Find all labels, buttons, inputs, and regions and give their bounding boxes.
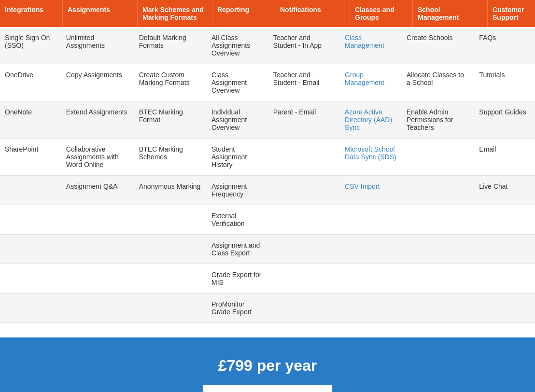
cell-schoolManagement-row7 (402, 264, 474, 294)
cell-customerSupport-row8 (474, 294, 535, 323)
cell-markSchemes-row2: BTEC Marking Format (134, 101, 207, 139)
cell-assignments-row5 (61, 205, 134, 235)
col-header-assignments: Assignments (63, 0, 138, 27)
cell-customerSupport-row3: Email (474, 139, 535, 176)
col-header-mark-schemes: Mark Schemes and Marking Formats (138, 0, 212, 27)
cell-schoolManagement-row2: Enable Admin Permissions for Teachers (402, 101, 474, 139)
cell-schoolManagement-row1: Allocate Classes to a School (402, 64, 474, 101)
cell-notifications-row2: Parent - Email (268, 101, 340, 139)
table-row: Single Sign On (SSO)Unlimited Assignment… (0, 27, 535, 64)
cell-customerSupport-row7 (474, 264, 535, 294)
cell-schoolManagement-row8 (402, 294, 474, 323)
cell-classesGroups-row0: Class Management (340, 27, 402, 64)
cell-reporting-row8: ProMonitor Grade Export (207, 294, 268, 323)
cell-customerSupport-row2: Support Guides (474, 101, 535, 139)
cell-customerSupport-row1: Tutorials (474, 64, 535, 101)
price-label: £799 per year (10, 357, 525, 375)
table-row: External Verification (0, 205, 535, 235)
cell-classesGroups-row6 (340, 235, 402, 264)
cell-schoolManagement-row3 (402, 139, 474, 176)
cell-markSchemes-row0: Default Marking Formats (134, 27, 207, 64)
cell-notifications-row4 (268, 176, 340, 205)
cell-assignments-row1: Copy Assignments (61, 64, 134, 101)
col-header-school-management: School Management (413, 0, 488, 27)
col-header-customer-support: Customer Support (488, 0, 535, 27)
cell-notifications-row5 (268, 205, 340, 235)
table-row: Assignment Q&AAnonymous MarkingAssignmen… (0, 176, 535, 205)
cell-markSchemes-row3: BTEC Marking Schemes (134, 139, 207, 176)
cell-integrations-row7 (0, 264, 61, 294)
cell-notifications-row7 (268, 264, 340, 294)
col-header-classes-groups: Classes and Groups (350, 0, 413, 27)
cell-customerSupport-row5 (474, 205, 535, 235)
cell-assignments-row4: Assignment Q&A (61, 176, 134, 205)
cell-notifications-row3 (268, 139, 340, 176)
cell-assignments-row6 (61, 235, 134, 264)
cell-integrations-row2: OneNote (0, 101, 61, 139)
cell-markSchemes-row8 (134, 294, 207, 323)
cell-assignments-row2: Extend Assignments (61, 101, 134, 139)
table-row: OneNoteExtend AssignmentsBTEC Marking Fo… (0, 101, 535, 139)
cell-schoolManagement-row6 (402, 235, 474, 264)
cell-notifications-row6 (268, 235, 340, 264)
cell-classesGroups-row7 (340, 264, 402, 294)
cell-markSchemes-row1: Create Custom Marking Formats (134, 64, 207, 101)
cell-customerSupport-row6 (474, 235, 535, 264)
cell-reporting-row1: Class Assignment Overview (207, 64, 268, 101)
cell-assignments-row8 (61, 294, 134, 323)
table-row: ProMonitor Grade Export (0, 294, 535, 323)
cell-integrations-row3: SharePoint (0, 139, 61, 176)
cell-classesGroups-row8 (340, 294, 402, 323)
cell-classesGroups-row4: CSV Import (340, 176, 402, 205)
cell-integrations-row1: OneDrive (0, 64, 61, 101)
cell-reporting-row2: Individual Assignment Overview (207, 101, 268, 139)
cell-customerSupport-row0: FAQs (474, 27, 535, 64)
features-table: Single Sign On (SSO)Unlimited Assignment… (0, 27, 535, 323)
col-header-integrations: Integrations (0, 0, 63, 27)
cell-classesGroups-row2: Azure Active Directory (AAD) Sync (340, 101, 402, 139)
cell-schoolManagement-row0: Create Schools (402, 27, 474, 64)
cell-integrations-row8 (0, 294, 61, 323)
cell-integrations-row5 (0, 205, 61, 235)
cell-classesGroups-row3: Microsoft School Data Sync (SDS) (340, 139, 402, 176)
table-row: Grade Export for MIS (0, 264, 535, 294)
header-row: Integrations Assignments Mark Schemes an… (0, 0, 535, 27)
cell-assignments-row3: Collaborative Assignments with Word Onli… (61, 139, 134, 176)
cell-reporting-row4: Assignment Frequency (207, 176, 268, 205)
cell-reporting-row7: Grade Export for MIS (207, 264, 268, 294)
cell-reporting-row5: External Verification (207, 205, 268, 235)
cell-customerSupport-row4: Live Chat (474, 176, 535, 205)
cell-notifications-row1: Teacher and Student - Email (268, 64, 340, 101)
table-row: Assignment and Class Export (0, 235, 535, 264)
cell-markSchemes-row4: Anonymous Marking (134, 176, 207, 205)
cell-reporting-row3: Student Assignment History (207, 139, 268, 176)
cell-integrations-row6 (0, 235, 61, 264)
cell-integrations-row4 (0, 176, 61, 205)
footer-cta: £799 per year TRY 30-DAY FREE TRIAL (0, 337, 535, 392)
cell-reporting-row6: Assignment and Class Export (207, 235, 268, 264)
cell-reporting-row0: All Class Assignments Overview (207, 27, 268, 64)
cell-markSchemes-row7 (134, 264, 207, 294)
cell-integrations-row0: Single Sign On (SSO) (0, 27, 61, 64)
cell-schoolManagement-row5 (402, 205, 474, 235)
cell-assignments-row0: Unlimited Assignments (61, 27, 134, 64)
trial-button[interactable]: TRY 30-DAY FREE TRIAL (202, 384, 332, 392)
col-header-reporting: Reporting (212, 0, 275, 27)
table-row: OneDriveCopy AssignmentsCreate Custom Ma… (0, 64, 535, 101)
cell-assignments-row7 (61, 264, 134, 294)
cell-classesGroups-row5 (340, 205, 402, 235)
table-row: SharePointCollaborative Assignments with… (0, 139, 535, 176)
cell-notifications-row0: Teacher and Student - In App (268, 27, 340, 64)
cell-markSchemes-row6 (134, 235, 207, 264)
cell-classesGroups-row1: Group Management (340, 64, 402, 101)
cell-schoolManagement-row4 (402, 176, 474, 205)
col-header-notifications: Notifications (275, 0, 350, 27)
cell-markSchemes-row5 (134, 205, 207, 235)
cell-notifications-row8 (268, 294, 340, 323)
